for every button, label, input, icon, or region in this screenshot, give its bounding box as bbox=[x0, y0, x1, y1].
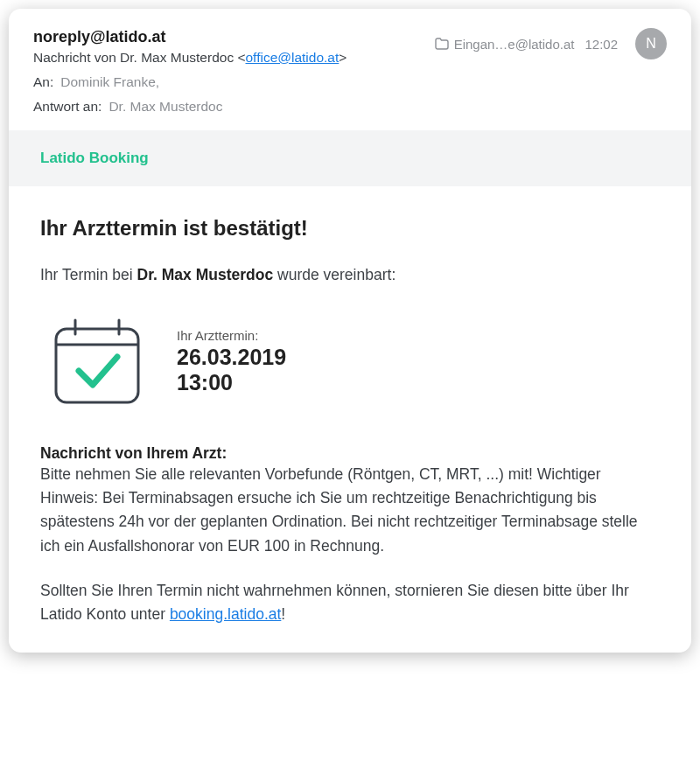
subject-email-link[interactable]: office@latido.at bbox=[246, 50, 340, 65]
cancel-before: Sollten Sie Ihren Termin nicht wahrnehme… bbox=[40, 582, 629, 623]
brand-bar: Latido Booking bbox=[9, 130, 691, 186]
to-value: Dominik Franke, bbox=[60, 74, 159, 90]
cancel-paragraph: Sollten Sie Ihren Termin nicht wahrnehme… bbox=[40, 579, 660, 626]
appointment-label: Ihr Arzttermin: bbox=[177, 328, 286, 343]
sender-address: noreply@latido.at bbox=[33, 28, 435, 46]
folder-indicator: Eingan…e@latido.at bbox=[435, 37, 575, 52]
intro-after: wurde vereinbart: bbox=[273, 266, 396, 283]
to-row: An: Dominik Franke, bbox=[33, 74, 667, 90]
folder-name: Eingan…e@latido.at bbox=[454, 37, 575, 52]
cancel-after: ! bbox=[281, 605, 285, 623]
intro-text: Ihr Termin bei Dr. Max Musterdoc wurde v… bbox=[40, 263, 660, 287]
appointment-text: Ihr Arzttermin: 26.03.2019 13:00 bbox=[177, 328, 286, 395]
email-header: noreply@latido.at Nachricht von Dr. Max … bbox=[9, 9, 691, 130]
doctor-message-label: Nachricht von Ihrem Arzt: bbox=[40, 444, 660, 463]
body-title: Ihr Arzttermin ist bestätigt! bbox=[40, 216, 660, 241]
calendar-check-icon bbox=[49, 313, 145, 409]
doctor-message-body: Bitte nehmen Sie alle relevanten Vorbefu… bbox=[40, 463, 660, 558]
appointment-date: 26.03.2019 bbox=[177, 345, 286, 370]
reply-to-value: Dr. Max Musterdoc bbox=[108, 99, 222, 115]
subject-line: Nachricht von Dr. Max Musterdoc <office@… bbox=[33, 50, 435, 66]
svg-rect-0 bbox=[56, 329, 138, 402]
appointment-block: Ihr Arzttermin: 26.03.2019 13:00 bbox=[49, 313, 660, 409]
reply-to-label: Antwort an: bbox=[33, 99, 102, 115]
email-time: 12:02 bbox=[584, 37, 618, 52]
avatar[interactable]: N bbox=[635, 28, 667, 59]
email-card: noreply@latido.at Nachricht von Dr. Max … bbox=[9, 9, 691, 653]
to-label: An: bbox=[33, 74, 53, 90]
intro-before: Ihr Termin bei bbox=[40, 266, 137, 283]
folder-icon bbox=[435, 38, 449, 50]
header-meta: Eingan…e@latido.at 12:02 N bbox=[435, 28, 667, 59]
reply-to-row: Antwort an: Dr. Max Musterdoc bbox=[33, 99, 667, 115]
booking-link[interactable]: booking.latido.at bbox=[170, 605, 281, 623]
subject-prefix: Nachricht von Dr. Max Musterdoc < bbox=[33, 50, 246, 65]
intro-doctor-name: Dr. Max Musterdoc bbox=[137, 266, 274, 283]
email-body: Ihr Arzttermin ist bestätigt! Ihr Termin… bbox=[9, 186, 691, 653]
subject-suffix: > bbox=[339, 50, 346, 65]
appointment-time: 13:00 bbox=[177, 370, 286, 395]
